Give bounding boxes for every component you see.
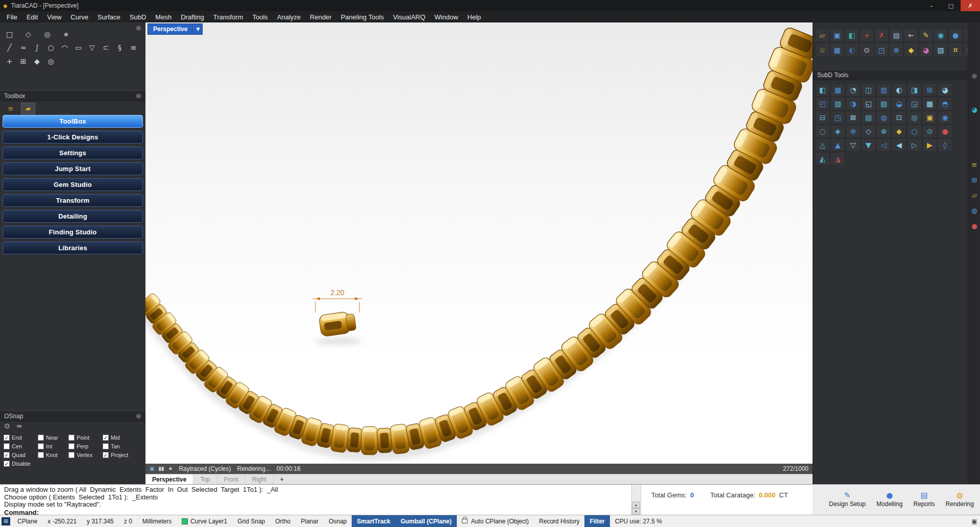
gem-icon[interactable]: ◆ [904, 43, 918, 57]
close-button[interactable]: ✗ [961, 0, 980, 11]
viewport-menu-chevron-icon[interactable]: ▼ [193, 23, 203, 35]
subd-tool-b7[interactable]: ▩ [922, 97, 937, 110]
menu-curve[interactable]: Curve [66, 11, 93, 22]
select-rect-icon[interactable]: □ [3, 29, 16, 40]
toolbox-menu-tab-icon[interactable]: ≡ [4, 103, 18, 114]
gem-tool-icon[interactable]: ◆ [31, 56, 43, 67]
osnap-vertex[interactable]: ✓Vertex [68, 452, 103, 458]
menu-analyze[interactable]: Analyze [273, 11, 305, 22]
osnap-project[interactable]: ✓Project [103, 452, 143, 458]
subd-tool-e5[interactable]: ◀ [892, 138, 906, 152]
subd-tool-e0[interactable]: △ [815, 138, 830, 152]
offset-tool-icon[interactable]: ≡ [127, 42, 140, 53]
status-smarttrack[interactable]: SmartTrack [352, 515, 395, 527]
osnap-gear-icon[interactable]: ⊛ [136, 413, 141, 419]
coil-tool-icon[interactable]: ◎ [44, 56, 57, 67]
menu-file[interactable]: File [2, 11, 22, 22]
design-setup-button[interactable]: ✎ Design Setup [826, 491, 869, 508]
polygon-tool-icon[interactable]: ▽ [86, 42, 99, 53]
subd-tool-d3[interactable]: ◇ [861, 125, 876, 138]
toolbox-button-libraries[interactable]: Libraries [3, 242, 143, 254]
view-tab-right[interactable]: Right [246, 474, 274, 484]
toolbox-button-1-click-designs[interactable]: 1-Click Designs [3, 131, 143, 143]
subd-tool-d1[interactable]: ◈ [830, 125, 845, 138]
lasso-select-icon[interactable]: ◎ [41, 29, 54, 40]
status-cplane[interactable]: CPlane [12, 515, 42, 527]
status-planar[interactable]: Planar [296, 515, 324, 527]
status-gumball-cplane[interactable]: Gumball (CPlane) [396, 515, 457, 527]
minimize-button[interactable]: – [922, 0, 941, 11]
status-osnap[interactable]: Osnap [324, 515, 352, 527]
panel-tab-material-icon[interactable]: ◍ [969, 205, 979, 215]
boolean-icon[interactable]: ⊕ [889, 43, 903, 57]
view-tab-front[interactable]: Front [217, 474, 246, 484]
menu-mesh[interactable]: Mesh [151, 11, 176, 22]
scroll-down-button[interactable]: ▾ [632, 508, 640, 515]
circle-tool-icon[interactable]: ○ [44, 42, 57, 53]
toolbar-settings-gear-icon[interactable]: ⊛ [136, 25, 141, 31]
subd-tool-f1[interactable]: ◮ [830, 152, 845, 165]
subd-tool-a6[interactable]: ◨ [907, 83, 922, 97]
subd-tool-b1[interactable]: ▧ [830, 97, 845, 110]
panel-tab-grid-icon[interactable]: ⊞ [969, 175, 979, 185]
panel-tab-layers-icon[interactable]: ≡ [969, 159, 979, 170]
subd-tool-c1[interactable]: ◳ [830, 111, 845, 124]
menu-transform[interactable]: Transform [209, 11, 248, 22]
osnap-point[interactable]: ✓Point [68, 435, 103, 441]
status-filter[interactable]: Filter [584, 515, 609, 527]
toolbox-gear-icon[interactable]: ⊛ [136, 92, 141, 99]
panel-tab-render-icon[interactable]: ● [969, 221, 979, 231]
move-icon[interactable]: + [860, 28, 874, 42]
subd-tool-c7[interactable]: ▣ [922, 111, 937, 124]
status-record-history[interactable]: Record History [534, 515, 584, 527]
cplane-icon[interactable]: ◳ [874, 43, 889, 57]
rectangle-tool-icon[interactable]: ▭ [72, 42, 85, 53]
freeform-curve-icon[interactable]: ≈ [17, 42, 30, 53]
arc-tool-icon[interactable]: ◠ [58, 42, 71, 53]
grid-icon[interactable]: ▦ [830, 43, 844, 57]
maximize-button[interactable]: □ [941, 0, 961, 11]
panel-tab-folder-icon[interactable]: ▱ [969, 190, 979, 200]
subd-tool-b3[interactable]: ◱ [861, 97, 876, 110]
subd-tool-a5[interactable]: ◐ [892, 83, 906, 97]
subd-tool-b5[interactable]: ◒ [892, 97, 906, 110]
subd-tool-c3[interactable]: ▤ [861, 111, 876, 124]
subd-tool-c2[interactable]: ⊠ [846, 111, 861, 124]
open-folder-icon[interactable]: ▱ [815, 28, 829, 42]
viewport-title-pill[interactable]: Perspective [148, 23, 193, 35]
osnap-perp[interactable]: ✓Perp [68, 443, 103, 449]
shaded-sphere-icon[interactable]: ● [948, 28, 963, 42]
subd-tool-a7[interactable]: ⊞ [922, 83, 937, 97]
palette-icon[interactable]: ◕ [919, 43, 933, 57]
subd-tool-f0[interactable]: ◭ [815, 152, 830, 165]
transform-tool-icon[interactable]: ◇ [22, 29, 35, 40]
reports-button[interactable]: ▤ Reports [911, 491, 938, 508]
subd-tool-c4[interactable]: ◍ [876, 111, 891, 124]
subd-tool-a1[interactable]: ▦ [830, 83, 845, 97]
osnap-cen[interactable]: ✓Cen [4, 443, 38, 449]
menu-view[interactable]: View [42, 11, 66, 22]
toolbox-button-gem-studio[interactable]: Gem Studio [3, 178, 143, 191]
pointer-tool-icon[interactable]: ∗ [60, 29, 72, 40]
menu-tools[interactable]: Tools [248, 11, 272, 22]
view-tab-top[interactable]: Top [193, 474, 217, 484]
subd-tool-e1[interactable]: ▲ [830, 138, 845, 152]
line-tool-icon[interactable]: ╱ [3, 42, 16, 53]
subd-tool-c6[interactable]: ◎ [907, 111, 922, 124]
subd-tool-b6[interactable]: ◲ [907, 97, 922, 110]
subd-tool-a8[interactable]: ◕ [938, 83, 952, 97]
osnap-tan[interactable]: ✓Tan [103, 443, 143, 449]
osnap-filter-icon[interactable]: ≈ [16, 422, 22, 429]
subd-tool-e2[interactable]: ▽ [846, 138, 861, 152]
subd-tool-b8[interactable]: ◓ [938, 97, 952, 110]
subd-tool-c0[interactable]: ⊟ [815, 111, 830, 124]
point-tool-icon[interactable]: + [3, 56, 16, 67]
plane-tool-icon[interactable]: ⊞ [17, 56, 30, 67]
osnap-near[interactable]: ✓Near [38, 435, 68, 441]
subd-tool-d4[interactable]: ⊗ [876, 125, 891, 138]
subd-tool-e4[interactable]: ◁ [876, 138, 891, 152]
subd-tool-e7[interactable]: ▶ [922, 138, 937, 152]
subd-tool-e6[interactable]: ▷ [907, 138, 922, 152]
layers-icon[interactable]: ▤ [889, 28, 903, 42]
dark-sphere-icon[interactable]: ◐ [845, 43, 859, 57]
